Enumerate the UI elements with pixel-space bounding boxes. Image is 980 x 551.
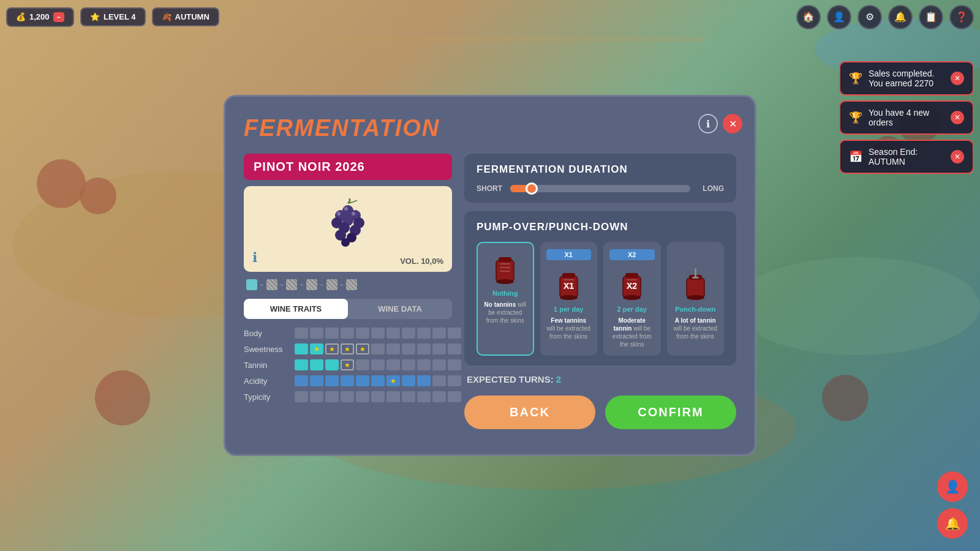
pump-section-title: PUMP-OVER/PUNCH-DOWN — [477, 221, 724, 233]
pump-two-desc: Moderate tannin will be extracted from t… — [609, 317, 655, 348]
pip — [386, 343, 400, 354]
pip — [371, 328, 385, 339]
tab-wine-data[interactable]: WINE DATA — [348, 299, 452, 319]
pip — [402, 359, 415, 370]
svg-rect-47 — [687, 278, 704, 298]
trait-dots-row: - - - - - — [244, 279, 452, 290]
modal-overlay: FERMENTATION ℹ ✕ PINOT NOIR 2026 — [0, 0, 980, 551]
pip: ★ — [325, 343, 339, 354]
pip — [432, 328, 446, 339]
svg-rect-36 — [564, 279, 574, 280]
pump-two-label: X2 — [609, 249, 655, 260]
expected-turns-label: EXPECTED TURNS: — [467, 374, 554, 384]
trait-row-sweetness: Sweetness ★ ★ ★ ★ — [244, 343, 452, 354]
svg-rect-28 — [499, 257, 511, 262]
fermentation-duration-section: FERMENTATION DURATION SHORT LONG — [464, 154, 736, 203]
modal-close-button[interactable]: ✕ — [723, 114, 742, 133]
pip — [417, 359, 431, 370]
trait-tannin-pips: ★ — [295, 359, 461, 370]
wine-tabs: WINE TRAITS WINE DATA — [244, 299, 452, 319]
action-row: BACK CONFIRM — [464, 395, 736, 429]
pump-card-nothing[interactable]: Nothing No tannins will be extracted fro… — [477, 242, 534, 356]
trait-acidity-pips: ★ — [295, 375, 461, 386]
trait-typicity-pips — [295, 391, 461, 402]
pump-nothing-img — [483, 249, 528, 286]
pip: ★ — [386, 375, 400, 386]
pip — [386, 391, 400, 402]
trait-row-tannin: Tannin ★ — [244, 359, 452, 370]
pip — [310, 375, 323, 386]
trait-tannin-label: Tannin — [244, 361, 290, 370]
pip — [341, 375, 354, 386]
pip — [386, 359, 400, 370]
pump-card-punch-down[interactable]: - Punch- — [667, 242, 725, 356]
fermentation-slider[interactable] — [510, 185, 690, 192]
trait-row-body: Body — [244, 328, 452, 339]
pip — [325, 391, 339, 402]
expected-turns: EXPECTED TURNS: 2 — [464, 374, 736, 384]
wine-name: PINOT NOIR 2026 — [244, 154, 452, 180]
pip — [402, 343, 415, 354]
trait-dot-3 — [306, 279, 317, 290]
trait-row-acidity: Acidity ★ — [244, 375, 452, 386]
pump-one-img: X1 — [546, 265, 592, 302]
svg-text:X2: X2 — [627, 281, 637, 291]
pip — [371, 359, 385, 370]
pip — [325, 359, 339, 370]
trait-body-label: Body — [244, 329, 290, 338]
pip — [402, 391, 415, 402]
right-panel: FERMENTATION DURATION SHORT LONG PUMP-OV… — [464, 154, 736, 429]
slider-row: SHORT LONG — [477, 184, 724, 193]
svg-point-25 — [337, 212, 341, 216]
svg-point-29 — [496, 279, 514, 284]
pip — [371, 343, 385, 354]
pip — [295, 391, 308, 402]
modal-info-button[interactable]: ℹ — [698, 114, 718, 133]
slider-thumb — [526, 182, 538, 195]
pip — [402, 328, 415, 339]
pump-nothing-name: Nothing — [483, 290, 528, 297]
pump-options: Nothing No tannins will be extracted fro… — [477, 242, 724, 356]
pump-nothing-desc: No tannins will be extracted from the sk… — [483, 301, 528, 324]
svg-rect-41 — [625, 273, 638, 278]
svg-rect-34 — [562, 273, 575, 278]
pip — [325, 328, 339, 339]
pip — [402, 375, 415, 386]
svg-point-23 — [341, 238, 350, 247]
pump-punch-img — [673, 265, 718, 302]
grape-image — [323, 198, 372, 260]
svg-rect-50 — [695, 268, 696, 278]
back-button[interactable]: BACK — [464, 395, 595, 429]
modal-body: PINOT NOIR 2026 — [244, 154, 736, 429]
confirm-button[interactable]: CONFIRM — [605, 395, 736, 429]
wine-info-icon[interactable]: ℹ — [252, 250, 257, 266]
tab-wine-traits[interactable]: WINE TRAITS — [244, 299, 348, 319]
trait-typicity-label: Typicity — [244, 392, 290, 402]
trait-body-pips — [295, 328, 461, 339]
left-panel: PINOT NOIR 2026 — [244, 154, 452, 429]
fermentation-modal: FERMENTATION ℹ ✕ PINOT NOIR 2026 — [224, 95, 756, 456]
pip — [448, 391, 461, 402]
pip — [341, 391, 354, 402]
pump-one-label: X1 — [546, 249, 592, 260]
pip — [386, 328, 400, 339]
svg-rect-51 — [692, 277, 699, 279]
trait-dot-4 — [326, 279, 337, 290]
pump-card-one-per-day[interactable]: X1 X1 — [540, 242, 598, 356]
fermentation-duration-title: FERMENTATION DURATION — [477, 163, 724, 176]
wine-vol-label: VOL. 10,0% — [400, 257, 443, 266]
pip — [432, 343, 446, 354]
pip — [295, 359, 308, 370]
pip — [417, 343, 431, 354]
trait-dot-2 — [286, 279, 297, 290]
pip — [448, 359, 461, 370]
svg-point-26 — [352, 212, 355, 216]
long-label: LONG — [696, 184, 724, 193]
pip — [341, 328, 354, 339]
pip — [417, 391, 431, 402]
trait-dot-0 — [246, 279, 257, 290]
pump-card-two-per-day[interactable]: X2 X2 — [603, 242, 661, 356]
pip — [295, 328, 308, 339]
pip — [310, 391, 323, 402]
pip — [432, 391, 446, 402]
